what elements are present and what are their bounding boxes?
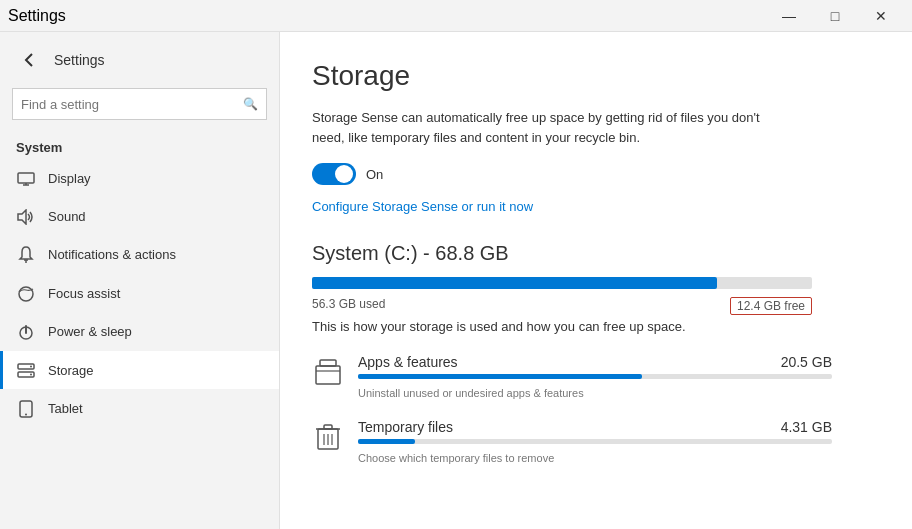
sidebar: Settings 🔍 System Display Sound Notifica… [0, 32, 280, 529]
focus-icon [16, 284, 36, 303]
storage-icon [16, 361, 36, 379]
svg-point-6 [19, 287, 33, 301]
storage-bar-container [312, 277, 812, 289]
trash-icon [312, 421, 344, 453]
temp-body: Temporary files 4.31 GB Choose which tem… [358, 419, 832, 466]
svg-point-13 [25, 414, 27, 416]
apps-bar-fill [358, 374, 642, 379]
svg-rect-15 [320, 360, 336, 366]
storage-sense-toggle[interactable] [312, 163, 356, 185]
storage-label: Storage [48, 363, 94, 378]
svg-rect-0 [18, 173, 34, 183]
power-icon [16, 323, 36, 342]
apps-bar-bg [358, 374, 832, 379]
content-area: Storage Storage Sense can automatically … [280, 32, 912, 529]
temp-header: Temporary files 4.31 GB [358, 419, 832, 435]
apps-size: 20.5 GB [781, 354, 832, 370]
search-icon: 🔍 [243, 97, 258, 111]
back-button[interactable] [16, 46, 44, 74]
storage-free-label: 12.4 GB free [730, 297, 812, 315]
sidebar-item-sound[interactable]: Sound [0, 197, 279, 235]
notifications-icon [16, 245, 36, 264]
titlebar-left: Settings [8, 7, 66, 25]
temp-bar-fill [358, 439, 415, 444]
close-button[interactable]: ✕ [858, 0, 904, 32]
category-apps[interactable]: Apps & features 20.5 GB Uninstall unused… [312, 354, 832, 401]
sidebar-item-storage[interactable]: Storage [0, 351, 279, 389]
page-title: Storage [312, 60, 880, 92]
sidebar-title: Settings [54, 52, 105, 68]
storage-description: Storage Sense can automatically free up … [312, 108, 792, 147]
storage-used-label: 56.3 GB used [312, 297, 385, 315]
apps-name: Apps & features [358, 354, 458, 370]
config-link[interactable]: Configure Storage Sense or run it now [312, 199, 533, 214]
section-label: System [0, 132, 279, 159]
maximize-button[interactable]: □ [812, 0, 858, 32]
temp-name: Temporary files [358, 419, 453, 435]
temp-bar-bg [358, 439, 832, 444]
temp-desc: Choose which temporary files to remove [358, 452, 554, 464]
sidebar-item-notifications[interactable]: Notifications & actions [0, 235, 279, 274]
main-layout: Settings 🔍 System Display Sound Notifica… [0, 32, 912, 529]
sidebar-item-tablet[interactable]: Tablet [0, 389, 279, 428]
apps-body: Apps & features 20.5 GB Uninstall unused… [358, 354, 832, 401]
notifications-label: Notifications & actions [48, 247, 176, 262]
sidebar-item-display[interactable]: Display [0, 159, 279, 197]
svg-point-10 [30, 366, 32, 368]
sidebar-item-focus[interactable]: Focus assist [0, 274, 279, 313]
tablet-icon [16, 399, 36, 418]
toggle-row: On [312, 163, 880, 185]
apps-header: Apps & features 20.5 GB [358, 354, 832, 370]
svg-rect-14 [316, 366, 340, 384]
power-label: Power & sleep [48, 324, 132, 339]
svg-rect-19 [324, 425, 332, 429]
svg-point-11 [30, 374, 32, 376]
svg-marker-3 [18, 210, 26, 224]
category-temp[interactable]: Temporary files 4.31 GB Choose which tem… [312, 419, 832, 466]
titlebar-controls: — □ ✕ [766, 0, 904, 32]
temp-size: 4.31 GB [781, 419, 832, 435]
search-box[interactable]: 🔍 [12, 88, 267, 120]
storage-labels: 56.3 GB used 12.4 GB free [312, 297, 812, 315]
storage-info: This is how your storage is used and how… [312, 319, 812, 334]
display-label: Display [48, 171, 91, 186]
sound-icon [16, 207, 36, 225]
system-drive-title: System (C:) - 68.8 GB [312, 242, 880, 265]
apps-icon [312, 356, 344, 388]
apps-desc: Uninstall unused or undesired apps & fea… [358, 387, 584, 399]
display-icon [16, 169, 36, 187]
storage-bar-used [312, 277, 717, 289]
minimize-button[interactable]: — [766, 0, 812, 32]
focus-label: Focus assist [48, 286, 120, 301]
titlebar: Settings — □ ✕ [0, 0, 912, 32]
sound-label: Sound [48, 209, 86, 224]
tablet-label: Tablet [48, 401, 83, 416]
sidebar-item-power[interactable]: Power & sleep [0, 313, 279, 352]
toggle-label: On [366, 167, 383, 182]
titlebar-title: Settings [8, 7, 66, 25]
sidebar-header: Settings [0, 32, 279, 84]
search-input[interactable] [21, 97, 243, 112]
